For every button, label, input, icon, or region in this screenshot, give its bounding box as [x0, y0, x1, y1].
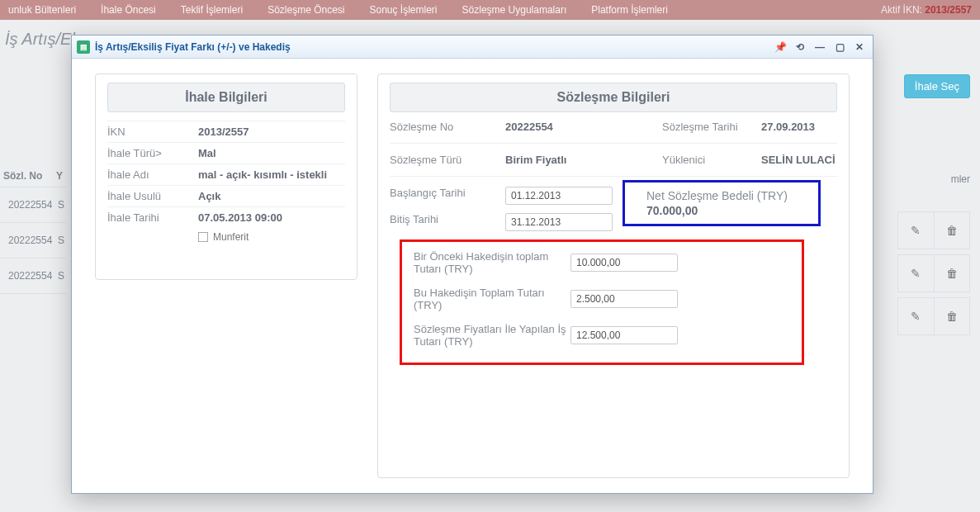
- aktif-ikn-value: 2013/2557: [925, 4, 972, 16]
- munferit-checkbox[interactable]: Munferit: [198, 231, 249, 243]
- row-actions: ✎ 🗑: [897, 254, 970, 292]
- delete-icon[interactable]: 🗑: [935, 255, 970, 292]
- edit-icon[interactable]: ✎: [898, 255, 935, 292]
- col-sozl-no: Sözl. No: [3, 170, 48, 182]
- ikn-label: İKN: [107, 126, 198, 138]
- ihale-adi-value: mal - açık- kısımlı - istekli: [198, 168, 345, 181]
- table-row[interactable]: 20222554 S: [0, 223, 66, 258]
- ihale-tarihi-label: İhale Tarihi: [107, 211, 198, 224]
- maximize-icon[interactable]: ▢: [831, 40, 848, 55]
- row-suffix: S: [58, 199, 64, 211]
- aktif-ikn-label: Aktif İKN:: [881, 4, 922, 16]
- checkbox-icon[interactable]: [198, 232, 208, 242]
- background-right: İhale Seç: [904, 74, 970, 98]
- background-action-icons: ✎ 🗑 ✎ 🗑 ✎ 🗑: [897, 211, 970, 340]
- bu-hakedis-input[interactable]: [570, 290, 678, 308]
- edit-icon[interactable]: ✎: [898, 212, 935, 249]
- row-suffix: S: [58, 270, 64, 282]
- row-actions: ✎ 🗑: [897, 211, 970, 249]
- panel-title-ihale: İhale Bilgileri: [107, 83, 345, 112]
- yuklenici-value: SELİN LULACİ: [761, 154, 837, 166]
- row-suffix: S: [58, 235, 64, 246]
- app-icon: ▤: [77, 40, 90, 54]
- ihale-turu-value: Mal: [198, 147, 345, 159]
- ihale-turu-label: İhale Türü>: [107, 147, 198, 159]
- ihale-sec-button[interactable]: İhale Seç: [904, 74, 970, 98]
- nav-item[interactable]: Teklif İşlemleri: [181, 4, 243, 16]
- top-nav: unluk Bültenleri İhale Öncesi Teklif İşl…: [0, 0, 980, 20]
- ihale-usulu-value: Açık: [198, 190, 345, 202]
- onceki-hakedis-label: Bir Önceki Hakedişin toplam Tutarı (TRY): [414, 250, 570, 275]
- aktif-ikn: Aktif İKN: 2013/2557: [881, 4, 972, 16]
- col-y: Y: [56, 170, 63, 182]
- sozlesme-no-value: 20222554: [505, 121, 654, 133]
- ihale-adi-label: İhale Adı: [107, 168, 198, 181]
- ikn-value: 2013/2557: [198, 126, 345, 138]
- sozlesme-turu-label: Sözleşme Türü: [390, 154, 497, 166]
- modal-window: ▤ İş Artış/Eksiliş Fiyat Farkı (+/-) ve …: [71, 35, 873, 494]
- nav-item[interactable]: Sözleşme Öncesi: [267, 4, 344, 16]
- table-row[interactable]: 20222554 S: [0, 187, 66, 223]
- nav-item[interactable]: Sonuç İşlemleri: [370, 4, 438, 16]
- bitis-tarihi-input[interactable]: [505, 213, 613, 231]
- bu-hakedis-label: Bu Hakedişin Toplam Tutarı (TRY): [414, 287, 570, 311]
- modal-title: İş Artış/Eksiliş Fiyat Farkı (+/-) ve Ha…: [95, 41, 291, 53]
- baslangic-tarihi-label: Başlangıç Tarihi: [390, 187, 497, 199]
- net-sozlesme-value: 70.000,00: [646, 204, 797, 217]
- panel-sozlesme-bilgileri: Sözleşme Bilgileri Sözleşme No 20222554 …: [377, 73, 850, 478]
- nav-item[interactable]: Sözleşme Uygulamaları: [462, 4, 567, 16]
- net-sozlesme-bedeli-box: Net Sözleşme Bedeli (TRY) 70.000,00: [623, 180, 821, 226]
- sozlesme-tarihi-value: 27.09.2013: [761, 121, 837, 133]
- sozlesme-tarihi-label: Sözleşme Tarihi: [662, 121, 753, 133]
- yapilan-is-label: Sözleşme Fiyatları İle Yapılan İş Tutarı…: [414, 323, 570, 348]
- ihale-usulu-label: İhale Usulü: [107, 190, 198, 202]
- munferit-label: Munferit: [213, 231, 249, 243]
- row-value: 20222554: [8, 199, 52, 211]
- panel-title-sozlesme: Sözleşme Bilgileri: [390, 83, 837, 112]
- yapilan-is-input[interactable]: [570, 326, 678, 344]
- nav-item[interactable]: unluk Bültenleri: [8, 4, 76, 16]
- net-sozlesme-label: Net Sözleşme Bedeli (TRY): [646, 189, 797, 202]
- hakedis-highlight-box: Bir Önceki Hakedişin toplam Tutarı (TRY)…: [400, 239, 804, 365]
- modal-titlebar[interactable]: ▤ İş Artış/Eksiliş Fiyat Farkı (+/-) ve …: [72, 36, 873, 59]
- sozlesme-no-label: Sözleşme No: [390, 121, 497, 133]
- sozlesme-turu-value: Birim Fiyatlı: [505, 154, 654, 166]
- nav-item[interactable]: Platform İşlemleri: [591, 4, 668, 16]
- pin-icon[interactable]: 📌: [772, 40, 788, 55]
- background-table: Sözl. No Y 20222554 S 20222554 S 2022255…: [0, 165, 66, 294]
- refresh-icon[interactable]: ⟲: [792, 40, 808, 55]
- nav-item[interactable]: İhale Öncesi: [101, 4, 156, 16]
- baslangic-tarihi-input[interactable]: [505, 187, 613, 205]
- row-actions: ✎ 🗑: [897, 297, 970, 335]
- panel-ihale-bilgileri: İhale Bilgileri İKN 2013/2557 İhale Türü…: [95, 73, 357, 280]
- row-value: 20222554: [8, 270, 52, 282]
- close-icon[interactable]: ✕: [851, 40, 868, 55]
- background-mler: mler: [951, 173, 970, 185]
- bitis-tarihi-label: Bitiş Tarihi: [390, 213, 497, 225]
- table-row[interactable]: 20222554 S: [0, 258, 66, 294]
- yuklenici-label: Yüklenici: [662, 154, 753, 166]
- ihale-tarihi-value: 07.05.2013 09:00: [198, 211, 345, 224]
- edit-icon[interactable]: ✎: [898, 298, 935, 334]
- onceki-hakedis-input[interactable]: [570, 254, 678, 272]
- delete-icon[interactable]: 🗑: [935, 298, 970, 334]
- delete-icon[interactable]: 🗑: [935, 212, 970, 249]
- row-value: 20222554: [8, 235, 52, 246]
- modal-body: İhale Bilgileri İKN 2013/2557 İhale Türü…: [72, 59, 873, 493]
- minimize-icon[interactable]: —: [812, 40, 828, 55]
